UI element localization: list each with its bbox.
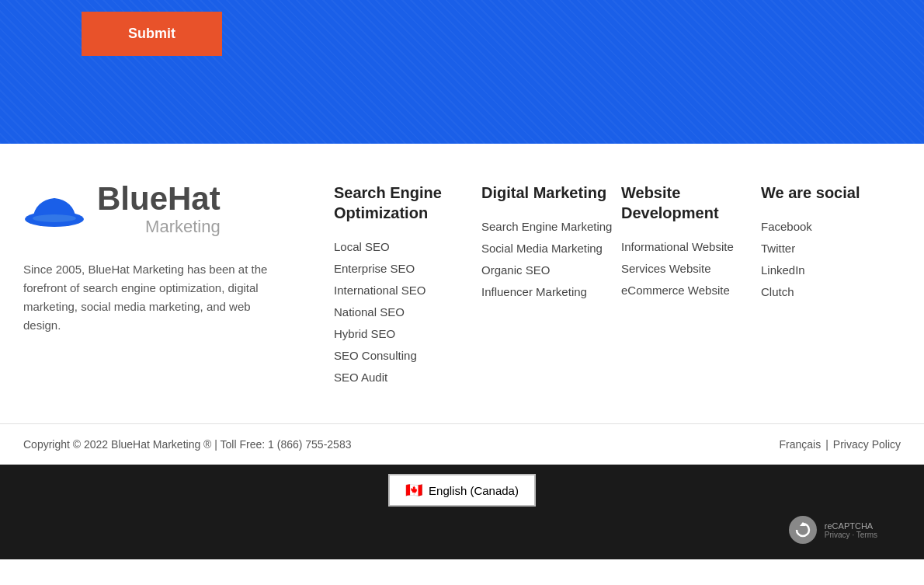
separator: | bbox=[825, 438, 828, 451]
footer-tagline: Since 2005, BlueHat Marketing has been a… bbox=[23, 260, 287, 335]
copyright-text: Copyright © 2022 BlueHat Marketing ® | T… bbox=[23, 438, 351, 451]
language-bar: 🇨🇦 English (Canada) bbox=[0, 465, 924, 516]
list-item: Organic SEO bbox=[481, 263, 621, 277]
recaptcha-text-group: reCAPTCHA Privacy · Terms bbox=[825, 521, 877, 539]
logo-text-group: BlueHat Marketing bbox=[97, 183, 221, 237]
seo-consulting-link[interactable]: SEO Consulting bbox=[334, 349, 417, 362]
recaptcha-svg bbox=[795, 522, 811, 538]
footer-bottom: Copyright © 2022 BlueHat Marketing ® | T… bbox=[0, 423, 924, 465]
canada-flag-icon: 🇨🇦 bbox=[405, 482, 422, 499]
international-seo-link[interactable]: International SEO bbox=[334, 284, 426, 297]
twitter-link[interactable]: Twitter bbox=[761, 242, 795, 255]
social-links-list: Facebook Twitter LinkedIn Clutch bbox=[761, 220, 901, 299]
ecommerce-link[interactable]: eCommerce Website bbox=[621, 284, 730, 297]
facebook-link[interactable]: Facebook bbox=[761, 220, 812, 233]
footer-col-seo: Search Engine Optimization Local SEO Ent… bbox=[334, 183, 481, 392]
language-label: English (Canada) bbox=[429, 484, 519, 497]
top-section: Submit bbox=[0, 0, 924, 144]
submit-button[interactable]: Submit bbox=[82, 12, 222, 56]
list-item: SEO Consulting bbox=[334, 349, 481, 363]
bluehat-logo-icon bbox=[23, 186, 85, 233]
list-item: Enterprise SEO bbox=[334, 262, 481, 276]
digital-links-list: Search Engine Marketing Social Media Mar… bbox=[481, 220, 621, 299]
footer-logo-column: BlueHat Marketing Since 2005, BlueHat Ma… bbox=[23, 183, 334, 392]
seo-audit-link[interactable]: SEO Audit bbox=[334, 371, 387, 384]
recaptcha-label: reCAPTCHA bbox=[825, 521, 877, 531]
list-item: Informational Website bbox=[621, 240, 761, 254]
hybrid-seo-link[interactable]: Hybrid SEO bbox=[334, 327, 395, 340]
language-button[interactable]: 🇨🇦 English (Canada) bbox=[388, 474, 536, 507]
smm-link[interactable]: Social Media Marketing bbox=[481, 242, 603, 255]
footer-col-web: Website Development Informational Websit… bbox=[621, 183, 761, 392]
recaptcha-links: Privacy · Terms bbox=[825, 531, 877, 539]
list-item: eCommerce Website bbox=[621, 284, 761, 298]
footer-legal-links: Français | Privacy Policy bbox=[780, 438, 901, 451]
logo-marketing-text: Marketing bbox=[97, 217, 221, 237]
digital-col-title: Digital Marketing bbox=[481, 183, 621, 203]
list-item: Local SEO bbox=[334, 240, 481, 254]
list-item: International SEO bbox=[334, 284, 481, 298]
logo-bluehat-text: BlueHat bbox=[97, 183, 221, 215]
influencer-link[interactable]: Influencer Marketing bbox=[481, 285, 587, 298]
enterprise-seo-link[interactable]: Enterprise SEO bbox=[334, 262, 415, 275]
list-item: National SEO bbox=[334, 305, 481, 319]
footer-nav: Search Engine Optimization Local SEO Ent… bbox=[334, 183, 901, 392]
list-item: Facebook bbox=[761, 220, 901, 234]
web-links-list: Informational Website Services Website e… bbox=[621, 240, 761, 298]
list-item: Twitter bbox=[761, 242, 901, 256]
services-website-link[interactable]: Services Website bbox=[621, 262, 711, 275]
list-item: Clutch bbox=[761, 285, 901, 299]
clutch-link[interactable]: Clutch bbox=[761, 285, 794, 298]
list-item: Influencer Marketing bbox=[481, 285, 621, 299]
social-col-title: We are social bbox=[761, 183, 901, 203]
footer-col-digital: Digital Marketing Search Engine Marketin… bbox=[481, 183, 621, 392]
list-item: Search Engine Marketing bbox=[481, 220, 621, 234]
sem-link[interactable]: Search Engine Marketing bbox=[481, 220, 612, 233]
seo-links-list: Local SEO Enterprise SEO International S… bbox=[334, 240, 481, 385]
web-col-title: Website Development bbox=[621, 183, 761, 223]
recaptcha-area: reCAPTCHA Privacy · Terms bbox=[0, 516, 924, 559]
list-item: Social Media Marketing bbox=[481, 242, 621, 256]
svg-point-1 bbox=[33, 214, 76, 222]
informational-link[interactable]: Informational Website bbox=[621, 240, 734, 253]
list-item: Hybrid SEO bbox=[334, 327, 481, 341]
francais-link[interactable]: Français bbox=[780, 438, 822, 451]
list-item: SEO Audit bbox=[334, 371, 481, 385]
local-seo-link[interactable]: Local SEO bbox=[334, 240, 390, 253]
recaptcha-icon bbox=[789, 516, 817, 544]
list-item: Services Website bbox=[621, 262, 761, 276]
footer-col-social: We are social Facebook Twitter LinkedIn … bbox=[761, 183, 901, 392]
national-seo-link[interactable]: National SEO bbox=[334, 305, 405, 319]
logo-container: BlueHat Marketing bbox=[23, 183, 334, 237]
linkedin-link[interactable]: LinkedIn bbox=[761, 263, 805, 277]
list-item: LinkedIn bbox=[761, 263, 901, 277]
seo-col-title: Search Engine Optimization bbox=[334, 183, 481, 223]
footer-main: BlueHat Marketing Since 2005, BlueHat Ma… bbox=[0, 144, 924, 423]
organic-seo-link[interactable]: Organic SEO bbox=[481, 263, 550, 277]
privacy-policy-link[interactable]: Privacy Policy bbox=[833, 438, 901, 451]
